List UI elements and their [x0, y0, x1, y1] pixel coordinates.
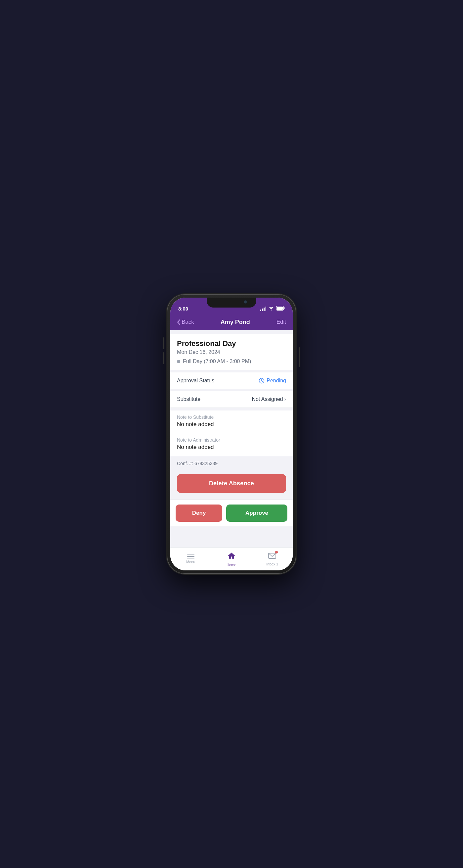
absence-time-row: Full Day (7:00 AM - 3:00 PM) — [177, 359, 286, 365]
section-divider-3 — [170, 408, 293, 410]
phone-screen: 8:00 — [170, 298, 293, 570]
time-dot-icon — [177, 360, 180, 363]
conf-number: Conf. #: 678325339 — [177, 461, 218, 466]
signal-bars — [260, 307, 266, 311]
inbox-badge — [275, 551, 278, 554]
phone-frame: 8:00 — [167, 294, 296, 574]
nav-title: Amy Pond — [221, 319, 250, 326]
content-area: Professional Day Mon Dec 16, 2024 Full D… — [170, 330, 293, 547]
tab-menu[interactable]: Menu — [179, 555, 202, 564]
absence-card: Professional Day Mon Dec 16, 2024 Full D… — [170, 334, 293, 370]
substitute-label: Substitute — [177, 396, 200, 402]
substitute-status: Not Assigned — [252, 396, 283, 402]
wifi-icon — [268, 306, 274, 311]
nav-bar: Back Amy Pond Edit — [170, 314, 293, 330]
note-sub-value: No note added — [177, 421, 286, 428]
tab-home-label: Home — [227, 563, 236, 567]
signal-bar-3 — [264, 308, 265, 311]
absence-date: Mon Dec 16, 2024 — [177, 349, 286, 355]
tab-home[interactable]: Home — [220, 552, 243, 567]
approval-status-row: Approval Status Pending — [170, 372, 293, 389]
notch — [207, 298, 256, 308]
conf-section: Conf. #: 678325339 — [170, 456, 293, 471]
note-sub-section: Note to Substitute No note added — [170, 410, 293, 433]
tab-inbox-label: Inbox 1 — [266, 562, 278, 566]
substitute-value: Not Assigned › — [252, 396, 286, 402]
absence-title: Professional Day — [177, 339, 286, 348]
back-label: Back — [181, 319, 194, 326]
svg-rect-1 — [284, 307, 285, 309]
chevron-right-icon: › — [285, 396, 286, 402]
section-divider-1 — [170, 370, 293, 372]
tab-bar: Menu Home Inbox 1 — [170, 547, 293, 570]
approve-button[interactable]: Approve — [226, 504, 287, 522]
volume-button — [163, 337, 164, 349]
front-camera — [244, 300, 247, 304]
note-admin-label: Note to Administrator — [177, 437, 286, 443]
note-admin-section: Note to Administrator No note added — [170, 433, 293, 456]
status-time: 8:00 — [178, 306, 188, 311]
delete-absence-button[interactable]: Delete Absence — [177, 474, 286, 493]
inbox-icon — [268, 552, 276, 561]
absence-time: Full Day (7:00 AM - 3:00 PM) — [183, 359, 251, 365]
tab-menu-label: Menu — [186, 560, 195, 564]
delete-section: Delete Absence — [170, 471, 293, 500]
status-icons — [260, 306, 285, 311]
home-icon — [227, 552, 236, 561]
deny-button[interactable]: Deny — [176, 504, 222, 522]
substitute-row[interactable]: Substitute Not Assigned › — [170, 391, 293, 407]
note-sub-label: Note to Substitute — [177, 414, 286, 420]
back-button[interactable]: Back — [177, 319, 194, 326]
signal-bar-1 — [260, 310, 261, 311]
svg-rect-2 — [277, 307, 283, 310]
note-admin-value: No note added — [177, 444, 286, 451]
approval-value: Pending — [259, 378, 286, 384]
menu-icon — [187, 555, 195, 558]
approval-label: Approval Status — [177, 378, 214, 384]
edit-button[interactable]: Edit — [276, 319, 286, 326]
signal-bar-4 — [265, 307, 266, 311]
power-button — [299, 347, 300, 367]
tab-inbox[interactable]: Inbox 1 — [261, 552, 284, 566]
battery-icon — [276, 306, 285, 311]
signal-bar-2 — [262, 309, 263, 311]
action-row: Deny Approve — [170, 500, 293, 526]
clock-icon — [259, 378, 265, 384]
volume-button-2 — [163, 352, 164, 364]
approval-status: Pending — [267, 378, 286, 384]
